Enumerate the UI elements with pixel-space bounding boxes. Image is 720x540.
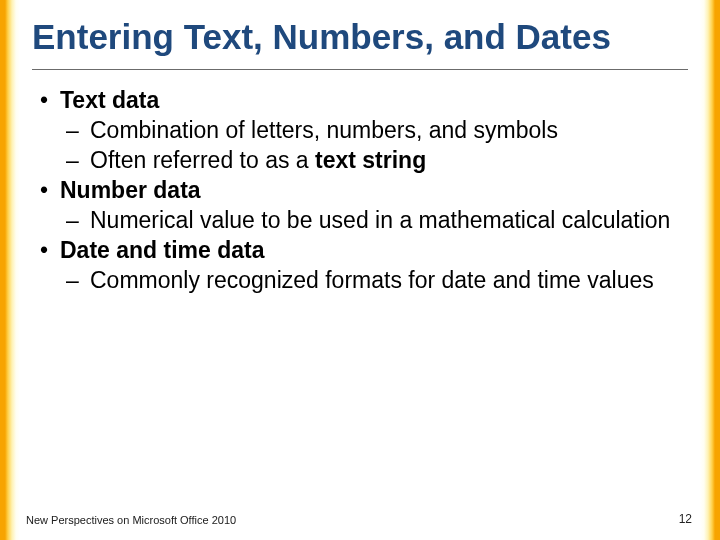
slide: Entering Text, Numbers, and Dates Text d… [0, 0, 720, 540]
bullet-label: Number data [60, 177, 201, 203]
title-rule [32, 69, 688, 70]
page-number: 12 [679, 512, 692, 526]
bullet-list: Text data Combination of letters, number… [32, 86, 688, 294]
bullet-label: Text data [60, 87, 159, 113]
bullet-number-data: Number data Numerical value to be used i… [32, 176, 688, 234]
slide-title: Entering Text, Numbers, and Dates [32, 18, 688, 67]
footer-text: New Perspectives on Microsoft Office 201… [26, 514, 236, 526]
bullet-label: Date and time data [60, 237, 265, 263]
slide-content: Entering Text, Numbers, and Dates Text d… [32, 18, 688, 522]
bullet-date-time-data: Date and time data Commonly recognized f… [32, 236, 688, 294]
sub-bullet: Numerical value to be used in a mathemat… [60, 206, 688, 234]
right-accent-bar [700, 0, 720, 540]
sub-list: Numerical value to be used in a mathemat… [60, 206, 688, 234]
sub-bullet-bold: text string [315, 147, 426, 173]
sub-bullet: Often referred to as a text string [60, 146, 688, 174]
sub-list: Combination of letters, numbers, and sym… [60, 116, 688, 174]
left-accent-bar [0, 0, 20, 540]
sub-list: Commonly recognized formats for date and… [60, 266, 688, 294]
sub-bullet-text: Often referred to as a [90, 147, 315, 173]
bullet-text-data: Text data Combination of letters, number… [32, 86, 688, 174]
sub-bullet: Combination of letters, numbers, and sym… [60, 116, 688, 144]
sub-bullet: Commonly recognized formats for date and… [60, 266, 688, 294]
